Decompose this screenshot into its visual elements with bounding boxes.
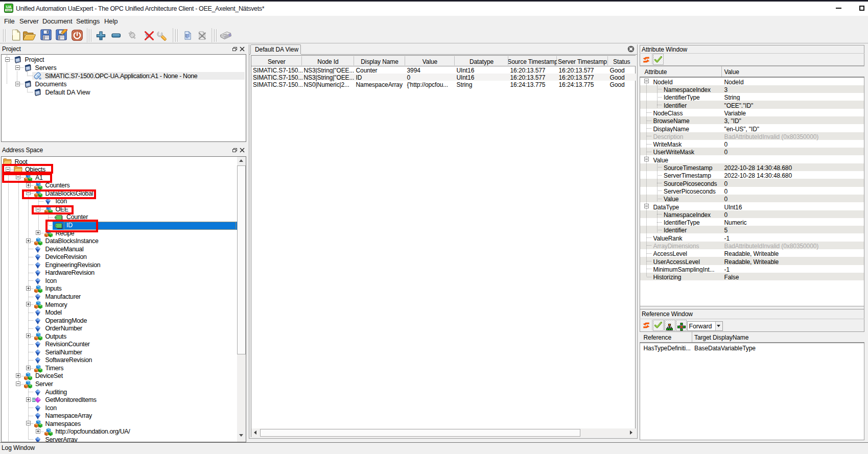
- svg-text:expert: expert: [6, 9, 12, 11]
